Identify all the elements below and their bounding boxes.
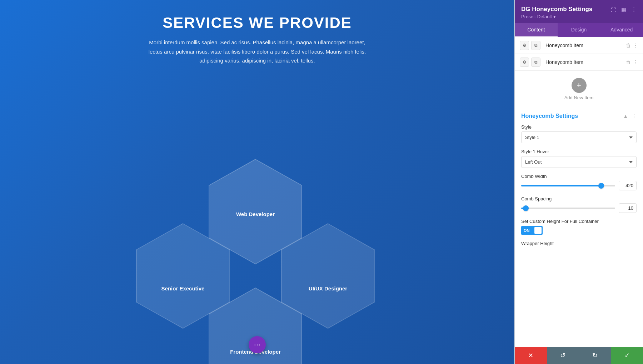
cancel-button[interactable]: ✕ <box>515 347 547 364</box>
more-icon[interactable]: ⋮ <box>631 6 637 13</box>
comb-spacing-input[interactable] <box>619 203 637 213</box>
custom-height-field: Set Custom Height For Full Container ON <box>521 219 637 235</box>
item-action-icons: 🗑 ⋮ <box>626 43 638 48</box>
item-delete-icon[interactable]: 🗑 <box>626 43 631 48</box>
add-item-area: + Add New Item <box>515 71 643 107</box>
settings-title: Honeycomb Settings <box>521 113 578 119</box>
comb-spacing-label: Comb Spacing <box>521 196 637 201</box>
collapse-icon[interactable]: ▲ <box>623 113 628 119</box>
style-hover-label: Style 1 Hover <box>521 149 637 154</box>
item-copy-icon[interactable]: ⧉ <box>531 58 540 67</box>
canvas-area: SERVICES WE PROVIDE Morbi interdum molli… <box>0 0 514 364</box>
settings-header: Honeycomb Settings ▲ ⋮ <box>521 113 637 119</box>
layout-icon[interactable]: ▦ <box>621 6 626 13</box>
comb-width-field: Comb Width <box>521 174 637 190</box>
panel-header: DG Honeycomb Settings Preset: Default ▾ … <box>515 0 643 23</box>
save-button[interactable]: ✓ <box>611 347 643 364</box>
toggle-on-label: ON <box>521 228 530 233</box>
fullscreen-icon[interactable]: ⛶ <box>611 7 616 13</box>
item-label: Honeycomb Item <box>543 59 623 65</box>
item-label: Honeycomb Item <box>543 43 623 48</box>
item-icons: ⚙ ⧉ <box>520 41 540 50</box>
style-select[interactable]: Style 1 Style 2 Style 3 <box>521 131 637 143</box>
custom-height-label: Set Custom Height For Full Container <box>521 219 637 224</box>
comb-width-fill <box>521 185 601 186</box>
honeycomb-container: Web Developer Senior Executive UI/UX Des… <box>0 65 514 364</box>
add-item-button[interactable]: + <box>572 78 587 93</box>
item-icons: ⚙ ⧉ <box>520 58 540 67</box>
fab-button[interactable]: ··· <box>249 336 266 353</box>
bottom-toolbar: ✕ ↺ ↻ ✓ <box>515 347 643 364</box>
svg-text:Web Developer: Web Developer <box>236 211 275 217</box>
style-hover-field: Style 1 Hover Left Out Right Out Top Out… <box>521 149 637 168</box>
style-hover-select[interactable]: Left Out Right Out Top Out Bottom Out <box>521 156 637 168</box>
redo-button[interactable]: ↻ <box>579 347 611 364</box>
item-action-icons: 🗑 ⋮ <box>626 59 638 65</box>
panel-body: ⚙ ⧉ Honeycomb Item 🗑 ⋮ ⚙ ⧉ Honeycomb Ite… <box>515 37 643 347</box>
undo-button[interactable]: ↺ <box>547 347 579 364</box>
item-more-icon[interactable]: ⋮ <box>633 43 638 48</box>
comb-spacing-thumb[interactable] <box>523 205 529 211</box>
tab-content[interactable]: Content <box>515 23 558 37</box>
comb-spacing-field: Comb Spacing <box>521 196 637 213</box>
comb-spacing-slider-row <box>521 203 637 213</box>
panel-header-icons: ⛶ ▦ ⋮ <box>611 6 637 13</box>
comb-spacing-track <box>521 208 615 209</box>
comb-width-label: Comb Width <box>521 174 637 179</box>
custom-height-toggle[interactable]: ON <box>521 226 543 235</box>
panel-preset[interactable]: Preset: Default ▾ <box>521 14 592 19</box>
item-copy-icon[interactable]: ⧉ <box>531 41 540 50</box>
settings-section: Honeycomb Settings ▲ ⋮ Style Style 1 Sty… <box>515 107 643 258</box>
comb-width-slider-row <box>521 181 637 190</box>
toggle-knob <box>534 227 542 234</box>
settings-more-icon[interactable]: ⋮ <box>632 113 637 119</box>
style-field: Style Style 1 Style 2 Style 3 <box>521 124 637 143</box>
wrapper-height-field: Wrapper Height <box>521 241 637 246</box>
tab-advanced[interactable]: Advanced <box>600 23 643 37</box>
list-item: ⚙ ⧉ Honeycomb Item 🗑 ⋮ <box>515 37 643 54</box>
svg-text:UI/UX Designer: UI/UX Designer <box>309 285 348 291</box>
style-label: Style <box>521 124 637 130</box>
svg-text:Senior Executive: Senior Executive <box>161 285 205 291</box>
list-item: ⚙ ⧉ Honeycomb Item 🗑 ⋮ <box>515 54 643 71</box>
item-settings-icon[interactable]: ⚙ <box>520 58 529 67</box>
item-delete-icon[interactable]: 🗑 <box>626 59 631 65</box>
item-settings-icon[interactable]: ⚙ <box>520 41 529 50</box>
page-title: SERVICES WE PROVIDE <box>163 14 352 31</box>
dots-icon: ··· <box>254 340 260 349</box>
item-more-icon[interactable]: ⋮ <box>633 59 638 65</box>
page-subtitle: Morbi interdum mollis sapien. Sed ac ris… <box>143 38 372 65</box>
settings-header-icons: ▲ ⋮ <box>623 113 637 119</box>
comb-width-thumb[interactable] <box>598 183 604 189</box>
comb-width-input[interactable] <box>619 181 637 190</box>
add-item-label[interactable]: Add New Item <box>564 95 594 100</box>
settings-panel: DG Honeycomb Settings Preset: Default ▾ … <box>514 0 643 364</box>
wrapper-height-label: Wrapper Height <box>521 241 637 246</box>
toggle-row: ON <box>521 226 637 235</box>
comb-width-track <box>521 185 615 186</box>
panel-title: DG Honeycomb Settings <box>521 6 592 13</box>
panel-tabs: Content Design Advanced <box>515 23 643 37</box>
tab-design[interactable]: Design <box>558 23 600 37</box>
